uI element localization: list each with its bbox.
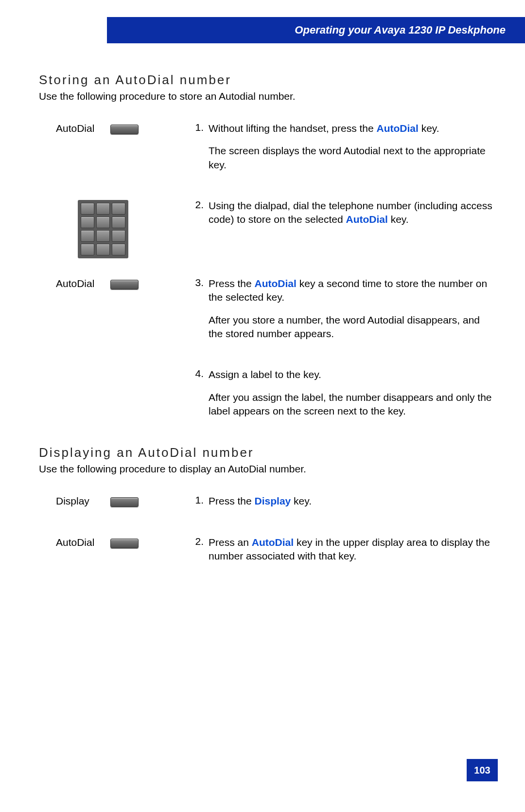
keyword-autodial: AutoDial xyxy=(377,123,419,134)
page-content: Storing an AutoDial number Use the follo… xyxy=(0,43,525,572)
step-text: Assign a label to the key. After you ass… xyxy=(209,368,496,427)
keyword-autodial: AutoDial xyxy=(252,537,294,548)
keyword-autodial: AutoDial xyxy=(346,214,388,225)
step-text: Press the Display key. xyxy=(209,494,496,517)
text: Assign a label to the key. xyxy=(209,368,496,381)
step-text: Without lifting the handset, press the A… xyxy=(209,122,496,180)
key-label-autodial: AutoDial xyxy=(56,537,100,548)
step-left: AutoDial xyxy=(39,122,187,134)
key-label-autodial: AutoDial xyxy=(56,123,100,134)
key-label-display: Display xyxy=(56,495,100,507)
step-row: AutoDial 3. Press the AutoDial key a sec… xyxy=(39,277,496,349)
keyword-autodial: AutoDial xyxy=(255,278,297,289)
step-number: 3. xyxy=(187,277,209,289)
step-number: 4. xyxy=(187,368,209,379)
step-number: 1. xyxy=(187,122,209,133)
keyword-display: Display xyxy=(255,495,291,506)
header-bar: Operating your Avaya 1230 IP Deskphone xyxy=(107,17,525,43)
text: After you assign the label, the number d… xyxy=(209,391,496,418)
softkey-icon xyxy=(110,539,139,548)
step-number: 2. xyxy=(187,199,209,211)
section1-heading: Storing an AutoDial number xyxy=(39,72,496,88)
step-left xyxy=(39,368,187,369)
text: key. xyxy=(291,495,312,506)
text: key. xyxy=(419,123,439,134)
step-text: Using the dialpad, dial the telephone nu… xyxy=(209,199,496,235)
step-row: AutoDial 1. Without lifting the handset,… xyxy=(39,122,496,180)
text: Press the xyxy=(209,495,255,506)
step-row: AutoDial 2. Press an AutoDial key in the… xyxy=(39,536,496,572)
softkey-icon xyxy=(110,280,139,289)
step-left: AutoDial xyxy=(39,536,187,548)
step-number: 1. xyxy=(187,494,209,506)
section1-intro: Use the following procedure to store an … xyxy=(39,90,496,102)
softkey-icon xyxy=(110,497,139,507)
text: Press the xyxy=(209,278,255,289)
text: The screen displays the word Autodial ne… xyxy=(209,144,496,172)
text: After you store a number, the word Autod… xyxy=(209,313,496,341)
section2-heading: Displaying an AutoDial number xyxy=(39,445,496,460)
step-left xyxy=(39,199,187,258)
step-row: 4. Assign a label to the key. After you … xyxy=(39,368,496,427)
softkey-icon xyxy=(110,125,139,134)
header-title: Operating your Avaya 1230 IP Deskphone xyxy=(295,24,506,36)
text: key. xyxy=(388,214,409,225)
text: Press an xyxy=(209,537,252,548)
section2-intro: Use the following procedure to display a… xyxy=(39,463,496,475)
step-number: 2. xyxy=(187,536,209,547)
step-left: Display xyxy=(39,494,187,507)
step-text: Press an AutoDial key in the upper displ… xyxy=(209,536,496,572)
step-row: 2. Using the dialpad, dial the telephone… xyxy=(39,199,496,258)
key-label-autodial: AutoDial xyxy=(56,278,100,289)
text: Without lifting the handset, press the xyxy=(209,123,377,134)
dialpad-icon xyxy=(78,200,128,258)
step-text: Press the AutoDial key a second time to … xyxy=(209,277,496,349)
step-left: AutoDial xyxy=(39,277,187,289)
step-row: Display 1. Press the Display key. xyxy=(39,494,496,517)
